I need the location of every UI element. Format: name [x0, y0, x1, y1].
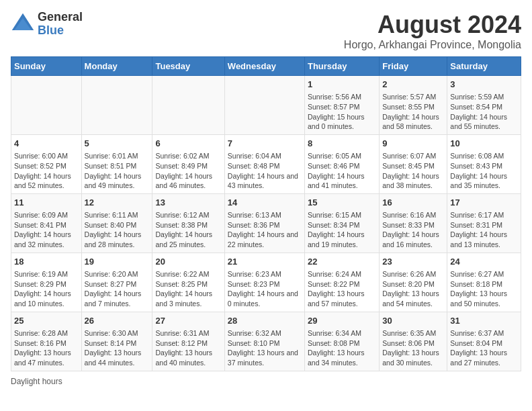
calendar-cell: 5Sunrise: 6:01 AM Sunset: 8:51 PM Daylig…: [81, 134, 152, 193]
day-number: 14: [228, 197, 302, 209]
calendar-week-2: 11Sunrise: 6:09 AM Sunset: 8:41 PM Dayli…: [11, 193, 521, 253]
calendar-cell: 31Sunrise: 6:37 AM Sunset: 8:04 PM Dayli…: [447, 312, 521, 371]
day-number: 13: [155, 197, 221, 209]
calendar-cell: 27Sunrise: 6:31 AM Sunset: 8:12 PM Dayli…: [152, 312, 224, 371]
calendar-cell: 10Sunrise: 6:08 AM Sunset: 8:43 PM Dayli…: [447, 134, 521, 193]
day-number: 8: [308, 138, 376, 150]
calendar-cell: 15Sunrise: 6:15 AM Sunset: 8:34 PM Dayli…: [304, 193, 379, 253]
day-number: 9: [382, 138, 444, 150]
day-number: 31: [450, 315, 518, 327]
calendar-cell: 11Sunrise: 6:09 AM Sunset: 8:41 PM Dayli…: [11, 193, 82, 253]
day-info: Sunrise: 6:04 AM Sunset: 8:48 PM Dayligh…: [228, 151, 302, 191]
day-info: Sunrise: 6:12 AM Sunset: 8:38 PM Dayligh…: [155, 210, 221, 250]
calendar-cell: 30Sunrise: 6:35 AM Sunset: 8:06 PM Dayli…: [380, 312, 447, 371]
calendar-week-3: 18Sunrise: 6:19 AM Sunset: 8:29 PM Dayli…: [11, 253, 521, 312]
title-area: August 2024 Horgo, Arkhangai Province, M…: [344, 11, 521, 51]
header-monday: Monday: [81, 57, 152, 76]
calendar-cell: 8Sunrise: 6:05 AM Sunset: 8:46 PM Daylig…: [304, 134, 379, 193]
calendar-cell: 12Sunrise: 6:11 AM Sunset: 8:40 PM Dayli…: [81, 193, 152, 253]
calendar-week-0: 1Sunrise: 5:56 AM Sunset: 8:57 PM Daylig…: [11, 76, 521, 135]
day-info: Sunrise: 6:01 AM Sunset: 8:51 PM Dayligh…: [85, 151, 150, 191]
header-tuesday: Tuesday: [152, 57, 224, 76]
day-number: 10: [450, 138, 518, 150]
day-info: Sunrise: 5:59 AM Sunset: 8:54 PM Dayligh…: [450, 92, 518, 132]
calendar-cell: 25Sunrise: 6:28 AM Sunset: 8:16 PM Dayli…: [11, 312, 82, 371]
calendar-cell: [11, 76, 82, 135]
day-number: 12: [85, 197, 150, 209]
day-number: 23: [382, 256, 444, 268]
day-number: 25: [14, 315, 79, 327]
calendar-cell: 1Sunrise: 5:56 AM Sunset: 8:57 PM Daylig…: [304, 76, 379, 135]
day-number: 19: [85, 256, 150, 268]
day-number: 2: [382, 79, 444, 91]
day-info: Sunrise: 6:13 AM Sunset: 8:36 PM Dayligh…: [228, 210, 302, 250]
day-number: 24: [450, 256, 518, 268]
logo: General Blue: [11, 11, 83, 38]
day-number: 15: [308, 197, 376, 209]
day-info: Sunrise: 6:19 AM Sunset: 8:29 PM Dayligh…: [14, 269, 79, 309]
day-info: Sunrise: 6:02 AM Sunset: 8:49 PM Dayligh…: [155, 151, 221, 191]
day-number: 5: [85, 138, 150, 150]
day-info: Sunrise: 6:31 AM Sunset: 8:12 PM Dayligh…: [155, 328, 221, 368]
calendar-cell: 28Sunrise: 6:32 AM Sunset: 8:10 PM Dayli…: [224, 312, 304, 371]
day-info: Sunrise: 6:28 AM Sunset: 8:16 PM Dayligh…: [14, 328, 79, 368]
day-number: 16: [382, 197, 444, 209]
footer: Daylight hours: [11, 377, 521, 386]
calendar-header: Sunday Monday Tuesday Wednesday Thursday…: [11, 57, 521, 76]
header: General Blue August 2024 Horgo, Arkhanga…: [11, 11, 521, 51]
day-number: 28: [228, 315, 302, 327]
day-info: Sunrise: 6:05 AM Sunset: 8:46 PM Dayligh…: [308, 151, 376, 191]
day-info: Sunrise: 6:15 AM Sunset: 8:34 PM Dayligh…: [308, 210, 376, 250]
day-info: Sunrise: 6:17 AM Sunset: 8:31 PM Dayligh…: [450, 210, 518, 250]
calendar-cell: 7Sunrise: 6:04 AM Sunset: 8:48 PM Daylig…: [224, 134, 304, 193]
day-number: 30: [382, 315, 444, 327]
day-info: Sunrise: 6:26 AM Sunset: 8:20 PM Dayligh…: [382, 269, 444, 309]
calendar-cell: 29Sunrise: 6:34 AM Sunset: 8:08 PM Dayli…: [304, 312, 379, 371]
header-wednesday: Wednesday: [224, 57, 304, 76]
day-info: Sunrise: 6:24 AM Sunset: 8:22 PM Dayligh…: [308, 269, 376, 309]
day-info: Sunrise: 6:16 AM Sunset: 8:33 PM Dayligh…: [382, 210, 444, 250]
calendar-table: Sunday Monday Tuesday Wednesday Thursday…: [11, 56, 521, 371]
day-info: Sunrise: 6:07 AM Sunset: 8:45 PM Dayligh…: [382, 151, 444, 191]
calendar-cell: [81, 76, 152, 135]
calendar-cell: 2Sunrise: 5:57 AM Sunset: 8:55 PM Daylig…: [380, 76, 447, 135]
calendar-cell: 22Sunrise: 6:24 AM Sunset: 8:22 PM Dayli…: [304, 253, 379, 312]
day-info: Sunrise: 6:11 AM Sunset: 8:40 PM Dayligh…: [85, 210, 150, 250]
header-sunday: Sunday: [11, 57, 82, 76]
day-info: Sunrise: 6:20 AM Sunset: 8:27 PM Dayligh…: [85, 269, 150, 309]
day-info: Sunrise: 6:30 AM Sunset: 8:14 PM Dayligh…: [85, 328, 150, 368]
calendar-cell: 18Sunrise: 6:19 AM Sunset: 8:29 PM Dayli…: [11, 253, 82, 312]
day-info: Sunrise: 6:23 AM Sunset: 8:23 PM Dayligh…: [228, 269, 302, 309]
day-number: 11: [14, 197, 79, 209]
day-number: 18: [14, 256, 79, 268]
calendar-cell: 24Sunrise: 6:27 AM Sunset: 8:18 PM Dayli…: [447, 253, 521, 312]
header-friday: Friday: [380, 57, 447, 76]
day-info: Sunrise: 6:08 AM Sunset: 8:43 PM Dayligh…: [450, 151, 518, 191]
calendar-cell: 9Sunrise: 6:07 AM Sunset: 8:45 PM Daylig…: [380, 134, 447, 193]
day-info: Sunrise: 6:34 AM Sunset: 8:08 PM Dayligh…: [308, 328, 376, 368]
day-info: Sunrise: 5:57 AM Sunset: 8:55 PM Dayligh…: [382, 92, 444, 132]
day-info: Sunrise: 5:56 AM Sunset: 8:57 PM Dayligh…: [308, 92, 376, 132]
day-number: 7: [228, 138, 302, 150]
calendar-cell: [152, 76, 224, 135]
calendar-cell: 23Sunrise: 6:26 AM Sunset: 8:20 PM Dayli…: [380, 253, 447, 312]
calendar-cell: 20Sunrise: 6:22 AM Sunset: 8:25 PM Dayli…: [152, 253, 224, 312]
footer-label: Daylight hours: [11, 377, 62, 386]
logo-text: General Blue: [38, 11, 83, 38]
calendar-cell: 14Sunrise: 6:13 AM Sunset: 8:36 PM Dayli…: [224, 193, 304, 253]
header-thursday: Thursday: [304, 57, 379, 76]
calendar-cell: 13Sunrise: 6:12 AM Sunset: 8:38 PM Dayli…: [152, 193, 224, 253]
calendar-cell: 4Sunrise: 6:00 AM Sunset: 8:52 PM Daylig…: [11, 134, 82, 193]
calendar-cell: 6Sunrise: 6:02 AM Sunset: 8:49 PM Daylig…: [152, 134, 224, 193]
calendar-cell: 16Sunrise: 6:16 AM Sunset: 8:33 PM Dayli…: [380, 193, 447, 253]
calendar-cell: 3Sunrise: 5:59 AM Sunset: 8:54 PM Daylig…: [447, 76, 521, 135]
calendar-body: 1Sunrise: 5:56 AM Sunset: 8:57 PM Daylig…: [11, 76, 521, 371]
day-number: 29: [308, 315, 376, 327]
main-title: August 2024: [344, 11, 521, 39]
day-info: Sunrise: 6:27 AM Sunset: 8:18 PM Dayligh…: [450, 269, 518, 309]
calendar-week-4: 25Sunrise: 6:28 AM Sunset: 8:16 PM Dayli…: [11, 312, 521, 371]
day-number: 3: [450, 79, 518, 91]
day-number: 20: [155, 256, 221, 268]
calendar-cell: 26Sunrise: 6:30 AM Sunset: 8:14 PM Dayli…: [81, 312, 152, 371]
logo-blue: Blue: [38, 24, 83, 38]
